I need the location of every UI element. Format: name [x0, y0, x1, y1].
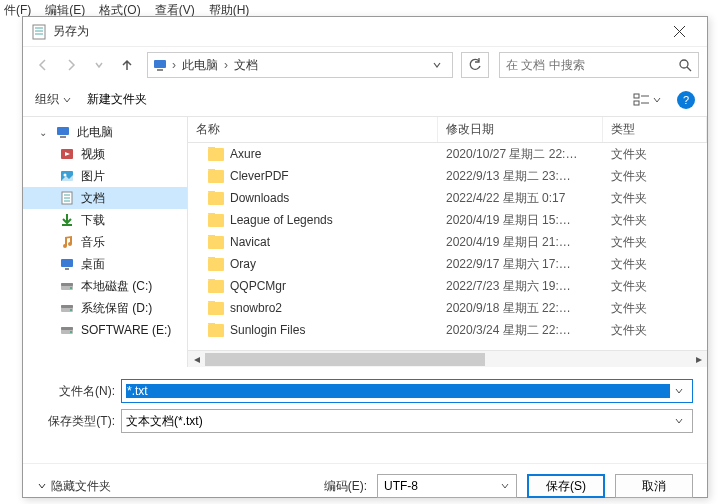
- file-row[interactable]: Downloads2022/4/22 星期五 0:17文件夹: [188, 187, 707, 209]
- help-button[interactable]: ?: [677, 91, 695, 109]
- scroll-right-icon[interactable]: ▸: [690, 351, 707, 367]
- encoding-select[interactable]: UTF-8: [377, 474, 517, 498]
- file-row[interactable]: CleverPDF2022/9/13 星期二 23:…文件夹: [188, 165, 707, 187]
- titlebar: 另存为: [23, 17, 707, 47]
- organize-menu[interactable]: 组织: [35, 91, 71, 108]
- filetype-select[interactable]: 文本文档(*.txt): [121, 409, 693, 433]
- file-type: 文件夹: [603, 146, 707, 163]
- column-date[interactable]: 修改日期: [438, 117, 603, 142]
- sidebar-item-disk[interactable]: 本地磁盘 (C:): [23, 275, 187, 297]
- refresh-button[interactable]: [461, 52, 489, 78]
- forward-button[interactable]: [59, 53, 83, 77]
- svg-rect-15: [60, 136, 66, 138]
- file-name: snowbro2: [230, 301, 282, 315]
- folder-icon: [208, 236, 224, 249]
- file-date: 2022/4/22 星期五 0:17: [438, 190, 603, 207]
- file-row[interactable]: League of Legends2020/4/19 星期日 15:…文件夹: [188, 209, 707, 231]
- file-type: 文件夹: [603, 256, 707, 273]
- save-button[interactable]: 保存(S): [527, 474, 605, 498]
- file-name: League of Legends: [230, 213, 333, 227]
- chevron-down-icon[interactable]: [670, 416, 688, 426]
- svg-rect-6: [154, 60, 166, 68]
- file-name: Oray: [230, 257, 256, 271]
- horizontal-scrollbar[interactable]: ◂ ▸: [188, 350, 707, 367]
- cancel-button[interactable]: 取消: [615, 474, 693, 498]
- folder-icon: [208, 170, 224, 183]
- svg-line-9: [687, 67, 691, 71]
- sidebar-item-pictures[interactable]: 图片: [23, 165, 187, 187]
- hide-folders-toggle[interactable]: 隐藏文件夹: [37, 478, 111, 495]
- svg-rect-14: [57, 127, 69, 135]
- breadcrumb-pc[interactable]: 此电脑: [180, 57, 220, 74]
- file-type: 文件夹: [603, 300, 707, 317]
- file-type: 文件夹: [603, 212, 707, 229]
- column-type[interactable]: 类型: [603, 117, 707, 142]
- file-row[interactable]: snowbro22020/9/18 星期五 22:…文件夹: [188, 297, 707, 319]
- scroll-left-icon[interactable]: ◂: [188, 351, 205, 367]
- sidebar-item-disk[interactable]: SOFTWARE (E:): [23, 319, 187, 341]
- sidebar-item-label: 本地磁盘 (C:): [81, 278, 152, 295]
- view-options-button[interactable]: [633, 93, 661, 107]
- search-icon[interactable]: [678, 58, 692, 72]
- back-button[interactable]: [31, 53, 55, 77]
- scroll-thumb[interactable]: [205, 353, 485, 366]
- column-name[interactable]: 名称: [188, 117, 438, 142]
- chevron-right-icon: ›: [222, 58, 230, 72]
- downloads-icon: [59, 212, 75, 228]
- sidebar: ⌄此电脑视频图片文档下载音乐桌面本地磁盘 (C:)系统保留 (D:)SOFTWA…: [23, 117, 188, 367]
- sidebar-item-label: 音乐: [81, 234, 105, 251]
- close-button[interactable]: [659, 18, 699, 46]
- disk-icon: [59, 278, 75, 294]
- sidebar-item-label: 下载: [81, 212, 105, 229]
- breadcrumb[interactable]: › 此电脑 › 文档: [147, 52, 453, 78]
- sidebar-item-downloads[interactable]: 下载: [23, 209, 187, 231]
- file-list[interactable]: Axure2020/10/27 星期二 22:…文件夹CleverPDF2022…: [188, 143, 707, 350]
- chevron-right-icon: ›: [170, 58, 178, 72]
- file-type: 文件夹: [603, 322, 707, 339]
- svg-rect-12: [634, 101, 639, 105]
- svg-point-28: [70, 287, 72, 289]
- sidebar-item-label: 桌面: [81, 256, 105, 273]
- file-date: 2020/4/19 星期日 21:…: [438, 234, 603, 251]
- svg-rect-0: [33, 25, 45, 39]
- file-row[interactable]: Navicat2020/4/19 星期日 21:…文件夹: [188, 231, 707, 253]
- new-folder-button[interactable]: 新建文件夹: [87, 91, 147, 108]
- folder-icon: [208, 148, 224, 161]
- filetype-value: 文本文档(*.txt): [126, 413, 670, 430]
- folder-icon: [208, 280, 224, 293]
- svg-point-31: [70, 309, 72, 311]
- svg-rect-33: [61, 327, 73, 330]
- encoding-value: UTF-8: [384, 479, 500, 493]
- svg-rect-27: [61, 283, 73, 286]
- breadcrumb-dropdown-icon[interactable]: [426, 60, 448, 70]
- search-box[interactable]: [499, 52, 699, 78]
- sidebar-item-pc[interactable]: ⌄此电脑: [23, 121, 187, 143]
- save-as-dialog: 另存为 › 此电脑 › 文档 组织 新建文件夹: [22, 16, 708, 498]
- filename-input[interactable]: *.txt: [121, 379, 693, 403]
- sidebar-item-label: 系统保留 (D:): [81, 300, 152, 317]
- sidebar-item-label: 视频: [81, 146, 105, 163]
- file-row[interactable]: Axure2020/10/27 星期二 22:…文件夹: [188, 143, 707, 165]
- up-button[interactable]: [115, 53, 139, 77]
- filename-value: *.txt: [126, 384, 670, 398]
- bottom-bar: 隐藏文件夹 编码(E): UTF-8 保存(S) 取消: [23, 463, 707, 504]
- file-type: 文件夹: [603, 190, 707, 207]
- dialog-title: 另存为: [53, 23, 659, 40]
- sidebar-item-video[interactable]: 视频: [23, 143, 187, 165]
- recent-dropdown[interactable]: [87, 53, 111, 77]
- sidebar-item-documents[interactable]: 文档: [23, 187, 187, 209]
- search-input[interactable]: [506, 58, 678, 72]
- sidebar-item-label: 图片: [81, 168, 105, 185]
- sidebar-item-label: 此电脑: [77, 124, 113, 141]
- file-row[interactable]: QQPCMgr2022/7/23 星期六 19:…文件夹: [188, 275, 707, 297]
- chevron-down-icon: [500, 481, 510, 491]
- file-type: 文件夹: [603, 234, 707, 251]
- chevron-down-icon[interactable]: [670, 386, 688, 396]
- sidebar-item-disk[interactable]: 系统保留 (D:): [23, 297, 187, 319]
- file-row[interactable]: Oray2022/9/17 星期六 17:…文件夹: [188, 253, 707, 275]
- breadcrumb-documents[interactable]: 文档: [232, 57, 260, 74]
- file-row[interactable]: Sunlogin Files2020/3/24 星期二 22:…文件夹: [188, 319, 707, 341]
- sidebar-item-music[interactable]: 音乐: [23, 231, 187, 253]
- sidebar-item-desktop[interactable]: 桌面: [23, 253, 187, 275]
- file-date: 2020/10/27 星期二 22:…: [438, 146, 603, 163]
